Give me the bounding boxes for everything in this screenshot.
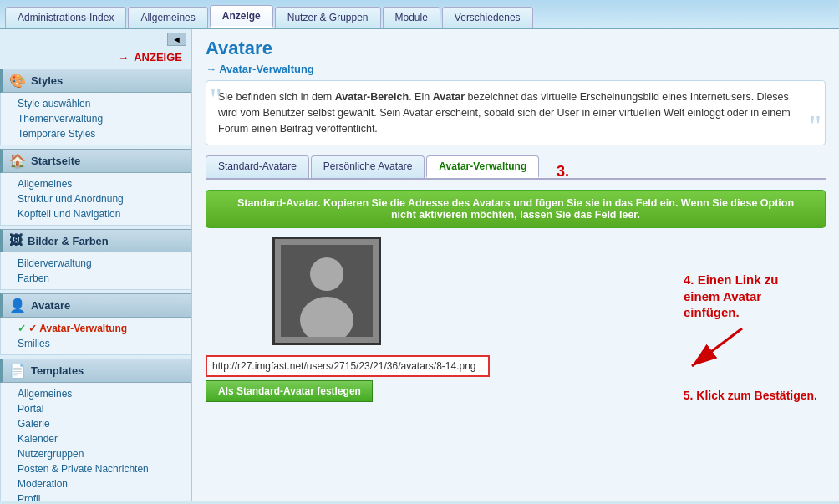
arrow-breadcrumb: → (206, 63, 219, 75)
anzeige-text: ANZEIGE (134, 51, 182, 64)
sidebar-section-startseite: 🏠 Startseite Allgemeines Struktur und An… (0, 149, 191, 226)
content-area: Avatare → Avatar-Verwaltung " Sie befind… (192, 29, 839, 501)
bilder-icon: 🖼 (9, 233, 23, 248)
templates-icon: 📄 (9, 363, 26, 379)
sub-tab-avatar-verwaltung[interactable]: Avatar-Verwaltung (426, 155, 539, 178)
sidebar-link-portal[interactable]: Portal (14, 401, 191, 416)
sidebar-links-avatare: ✓ Avatar-Verwaltung Smilies (0, 318, 191, 355)
sidebar-header-avatare[interactable]: 👤 Avatare (0, 293, 191, 318)
tab-administrations-index[interactable]: Administrations-Index (5, 7, 126, 28)
sidebar-section-styles: 🎨 Styles Style auswählen Themenverwaltun… (0, 69, 191, 145)
templates-label: Templates (31, 364, 84, 377)
sidebar-link-avatar-verwaltung[interactable]: ✓ Avatar-Verwaltung (14, 321, 191, 336)
svg-point-1 (310, 257, 343, 291)
tab-module[interactable]: Module (383, 7, 440, 28)
content-wrapper: Avatare → Avatar-Verwaltung " Sie befind… (206, 38, 826, 402)
breadcrumb-area: Avatare → Avatar-Verwaltung (206, 38, 826, 75)
avatar-image-box (272, 237, 381, 345)
sidebar-section-avatare: 👤 Avatare ✓ Avatar-Verwaltung Smilies (0, 293, 191, 355)
avatar-url-input[interactable] (206, 355, 490, 377)
green-banner-line1: Standard-Avatar. Kopieren Sie die Adress… (216, 197, 815, 209)
sidebar-link-allgemeines[interactable]: Allgemeines (14, 176, 191, 191)
sidebar-link-nutzergruppen[interactable]: Nutzergruppen (14, 446, 191, 461)
quote-right: " (809, 111, 821, 141)
sidebar-header-bilder-farben[interactable]: 🖼 Bilder & Farben (0, 229, 191, 252)
arrow-icon: → (118, 51, 129, 64)
sidebar: ◄ → ANZEIGE 🎨 Styles Style auswählen The… (0, 29, 192, 501)
sidebar-section-bilder-farben: 🖼 Bilder & Farben Bilderverwaltung Farbe… (0, 229, 191, 290)
callout-3: 3. (557, 163, 569, 181)
sidebar-header-startseite[interactable]: 🏠 Startseite (0, 149, 191, 173)
sub-tab-persoenliche-avatare[interactable]: Persönliche Avatare (311, 155, 425, 178)
sidebar-link-posten[interactable]: Posten & Private Nachrichten (14, 461, 191, 476)
sidebar-link-templates-allgemeines[interactable]: Allgemeines (14, 386, 191, 401)
startseite-label: Startseite (31, 155, 80, 167)
callout-4-text: 4. Einen Link zu einem Avatar einfügen. (684, 272, 817, 321)
green-banner: Standard-Avatar. Kopieren Sie die Adress… (206, 190, 826, 228)
sidebar-link-temporaere-styles[interactable]: Temporäre Styles (14, 126, 191, 141)
tab-nutzer-gruppen[interactable]: Nutzer & Gruppen (275, 7, 381, 28)
sidebar-anzeige-label: → ANZEIGE (0, 49, 191, 69)
main-layout: ◄ → ANZEIGE 🎨 Styles Style auswählen The… (0, 29, 839, 501)
callout-4-container: 4. Einen Link zu einem Avatar einfügen. (684, 272, 817, 374)
sidebar-links-bilder-farben: Bilderverwaltung Farben (0, 252, 191, 290)
sidebar-link-galerie[interactable]: Galerie (14, 416, 191, 431)
sidebar-link-farben[interactable]: Farben (14, 271, 191, 286)
description-box: " Sie befinden sich in dem Avatar-Bereic… (206, 80, 826, 145)
tab-anzeige[interactable]: Anzeige (210, 5, 273, 28)
sidebar-link-smilies[interactable]: Smilies (14, 336, 191, 351)
sidebar-link-kopfteil[interactable]: Kopfteil und Navigation (14, 206, 191, 221)
sub-tab-standard-avatare[interactable]: Standard-Avatare (206, 155, 309, 178)
sub-tabs: Standard-Avatare Persönliche Avatare Ava… (206, 155, 826, 180)
page-title: Avatare (206, 38, 826, 59)
avatare-icon: 👤 (9, 298, 26, 313)
sidebar-header-styles[interactable]: 🎨 Styles (0, 69, 191, 93)
green-banner-line2: nicht aktivieren möchten, lassen Sie das… (216, 209, 815, 221)
description-text: Sie befinden sich in dem Avatar-Bereich.… (218, 91, 791, 135)
top-nav: Administrations-Index Allgemeines Anzeig… (0, 0, 839, 29)
callout-1: 1. (272, 29, 287, 34)
sidebar-collapse[interactable]: ◄ (0, 29, 191, 49)
collapse-icon[interactable]: ◄ (167, 33, 186, 46)
quote-left: " (210, 84, 222, 115)
avatar-submit-button[interactable]: Als Standard-Avatar festlegen (206, 380, 373, 402)
startseite-icon: 🏠 (9, 153, 26, 169)
sidebar-link-kalender[interactable]: Kalender (14, 431, 191, 446)
sidebar-link-profil[interactable]: Profil (14, 491, 191, 501)
breadcrumb-link[interactable]: Avatar-Verwaltung (219, 63, 314, 75)
sidebar-links-startseite: Allgemeines Struktur und Anordnung Kopft… (0, 173, 191, 226)
sidebar-link-style-auswaehlen[interactable]: Style auswählen (14, 96, 191, 111)
breadcrumb: → Avatar-Verwaltung (206, 63, 826, 75)
avatare-label: Avatare (31, 299, 70, 312)
svg-line-4 (692, 328, 742, 366)
sidebar-header-templates[interactable]: 📄 Templates (0, 359, 191, 383)
styles-label: Styles (31, 74, 63, 87)
sidebar-link-moderation[interactable]: Moderation (14, 476, 191, 491)
sidebar-link-bilderverwaltung[interactable]: Bilderverwaltung (14, 256, 191, 271)
sidebar-link-themenverwaltung[interactable]: Themenverwaltung (14, 111, 191, 126)
avatar-silhouette (281, 245, 373, 337)
sidebar-link-struktur[interactable]: Struktur und Anordnung (14, 191, 191, 206)
sidebar-links-styles: Style auswählen Themenverwaltung Temporä… (0, 93, 191, 145)
tab-allgemeines[interactable]: Allgemeines (128, 7, 207, 28)
arrow-icon-4 (684, 324, 750, 374)
tab-verschiedenes[interactable]: Verschiedenes (442, 7, 533, 28)
callout-5-text: 5. Klick zum Bestätigen. (684, 389, 817, 402)
bilder-farben-label: Bilder & Farben (28, 235, 109, 247)
sidebar-links-templates: Allgemeines Portal Galerie Kalender Nutz… (0, 383, 191, 501)
styles-icon: 🎨 (9, 73, 26, 89)
sidebar-section-templates: 📄 Templates Allgemeines Portal Galerie K… (0, 359, 191, 501)
